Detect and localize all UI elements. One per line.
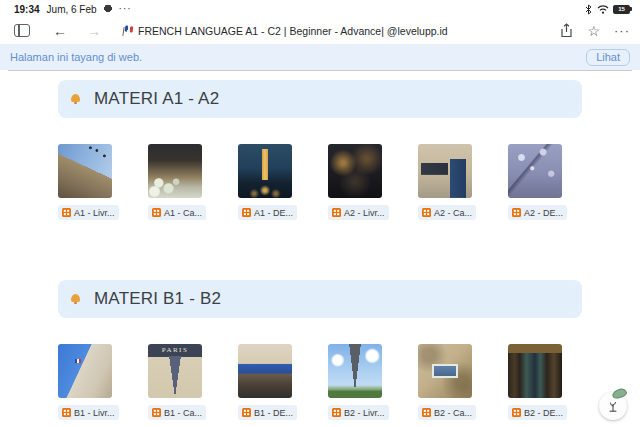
grid-link-icon xyxy=(512,408,521,417)
material-link-chip[interactable]: B2 - Ca... xyxy=(418,405,476,420)
card-row: B1 - Livr... PARIS B1 - Ca... xyxy=(58,344,640,421)
material-link-label: B2 - DE... xyxy=(524,408,563,418)
published-banner: Halaman ini tayang di web. Lihat xyxy=(0,44,640,70)
material-card: PARIS B1 - Ca... xyxy=(148,344,202,421)
card-thumbnail[interactable]: PARIS xyxy=(148,344,202,398)
materi-section: MATERI A1 - A2 A1 - Livr... xyxy=(0,80,640,221)
material-card: B1 - Livr... xyxy=(58,344,112,421)
card-thumbnail[interactable] xyxy=(58,144,112,198)
status-bar: 19:34 Jum, 6 Feb ··· 15 xyxy=(0,0,640,17)
leaf-icon xyxy=(611,387,628,399)
browser-toolbar: ← → FRENCH LANGUAGE A1 - C2 | Beginner -… xyxy=(0,17,640,44)
card-thumbnail[interactable] xyxy=(328,344,382,398)
material-card: A1 - Livr... xyxy=(58,144,112,221)
material-card: B2 - DE... xyxy=(508,344,562,421)
clock: 19:34 xyxy=(14,4,40,15)
date: Jum, 6 Feb xyxy=(47,4,97,15)
wifi-icon xyxy=(597,4,609,14)
material-link-chip[interactable]: B1 - Ca... xyxy=(148,405,206,420)
material-card: B2 - Livr... xyxy=(328,344,382,421)
battery-percent: 15 xyxy=(618,5,625,14)
card-thumbnail[interactable] xyxy=(328,144,382,198)
share-icon[interactable] xyxy=(560,23,573,38)
material-card: A2 - DE... xyxy=(508,144,562,221)
material-card: B2 - Ca... xyxy=(418,344,472,421)
grid-link-icon xyxy=(152,208,161,217)
material-link-chip[interactable]: B2 - Livr... xyxy=(328,405,389,420)
section-title: MATERI B1 - B2 xyxy=(94,289,221,309)
material-link-chip[interactable]: A2 - Livr... xyxy=(328,205,389,220)
material-link-chip[interactable]: B1 - DE... xyxy=(238,405,297,420)
material-link-chip[interactable]: A1 - DE... xyxy=(238,205,297,220)
banner-message: Halaman ini tayang di web. xyxy=(10,51,142,63)
card-row: A1 - Livr... A1 - Ca... xyxy=(58,144,640,221)
materi-section: MATERI B1 - B2 B1 - Livr... PARIS xyxy=(0,280,640,421)
thumbnail-overlay-text: PARIS xyxy=(148,346,202,354)
material-link-label: A2 - Ca... xyxy=(434,208,472,218)
back-button[interactable]: ← xyxy=(48,19,72,43)
card-thumbnail[interactable] xyxy=(418,344,472,398)
grid-link-icon xyxy=(422,208,431,217)
forward-button[interactable]: → xyxy=(82,19,106,43)
more-notifications-indicator: ··· xyxy=(119,5,132,13)
section-header: MATERI B1 - B2 xyxy=(58,280,582,318)
document-content: MATERI A1 - A2 A1 - Livr... xyxy=(0,71,640,421)
grid-link-icon xyxy=(242,408,251,417)
tab-sidebar-toggle-icon[interactable] xyxy=(10,19,34,43)
material-link-label: A1 - Livr... xyxy=(74,208,115,218)
card-thumbnail[interactable] xyxy=(508,144,562,198)
material-link-label: A2 - DE... xyxy=(524,208,563,218)
card-thumbnail[interactable] xyxy=(148,144,202,198)
section-title: MATERI A1 - A2 xyxy=(94,89,219,109)
grid-link-icon xyxy=(332,208,341,217)
card-thumbnail[interactable] xyxy=(418,144,472,198)
grid-link-icon xyxy=(242,208,251,217)
grid-link-icon xyxy=(422,408,431,417)
page-title: FRENCH LANGUAGE A1 - C2 | Beginner - Adv… xyxy=(138,25,448,37)
material-link-label: A2 - Livr... xyxy=(344,208,385,218)
grid-link-icon xyxy=(62,208,71,217)
material-link-label: B2 - Livr... xyxy=(344,408,385,418)
bell-icon xyxy=(71,294,80,304)
material-link-label: B1 - Livr... xyxy=(74,408,115,418)
card-thumbnail[interactable] xyxy=(238,344,292,398)
material-link-label: A1 - DE... xyxy=(254,208,293,218)
notification-icon xyxy=(104,5,112,13)
material-link-label: A1 - Ca... xyxy=(164,208,202,218)
floating-plant-widget[interactable] xyxy=(599,390,629,420)
material-card: A1 - Ca... xyxy=(148,144,202,221)
tablet-screen: 19:34 Jum, 6 Feb ··· 15 ← → FRENCH LANG xyxy=(0,0,640,427)
french-flag-icon xyxy=(122,26,132,36)
bookmark-star-icon[interactable]: ☆ xyxy=(587,23,600,39)
material-link-chip[interactable]: B1 - Livr... xyxy=(58,405,119,420)
material-link-chip[interactable]: A2 - Ca... xyxy=(418,205,476,220)
material-link-label: B2 - Ca... xyxy=(434,408,472,418)
battery-icon: 15 xyxy=(613,5,630,14)
section-header: MATERI A1 - A2 xyxy=(58,80,582,118)
material-card: A1 - DE... xyxy=(238,144,292,221)
menu-dots-icon[interactable]: ··· xyxy=(614,23,630,38)
material-card: B1 - DE... xyxy=(238,344,292,421)
bluetooth-icon xyxy=(584,4,593,15)
material-card: A2 - Livr... xyxy=(328,144,382,221)
grid-link-icon xyxy=(62,408,71,417)
material-link-label: B1 - DE... xyxy=(254,408,293,418)
card-thumbnail[interactable] xyxy=(58,344,112,398)
material-link-chip[interactable]: A1 - Ca... xyxy=(148,205,206,220)
material-link-chip[interactable]: A2 - DE... xyxy=(508,205,567,220)
bell-icon xyxy=(71,94,80,104)
grid-link-icon xyxy=(152,408,161,417)
material-card: A2 - Ca... xyxy=(418,144,472,221)
card-thumbnail[interactable] xyxy=(238,144,292,198)
address-title-bar[interactable]: FRENCH LANGUAGE A1 - C2 | Beginner - Adv… xyxy=(122,25,552,37)
material-link-chip[interactable]: B2 - DE... xyxy=(508,405,567,420)
grid-link-icon xyxy=(512,208,521,217)
card-thumbnail[interactable] xyxy=(508,344,562,398)
view-published-button[interactable]: Lihat xyxy=(586,49,630,66)
grid-link-icon xyxy=(332,408,341,417)
material-link-label: B1 - Ca... xyxy=(164,408,202,418)
material-link-chip[interactable]: A1 - Livr... xyxy=(58,205,119,220)
